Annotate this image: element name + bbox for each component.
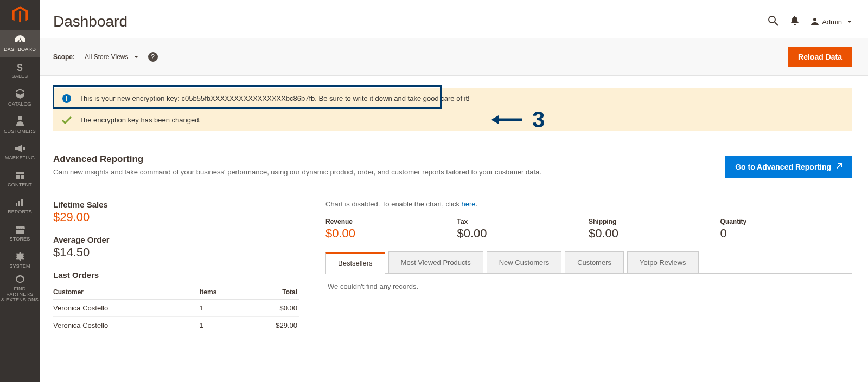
col-total: Total xyxy=(243,288,299,296)
toolbar: Scope: All Store Views ? Reload Data xyxy=(40,38,868,76)
chart-hint: Chart is disabled. To enable the chart, … xyxy=(326,200,852,208)
metric-value: $0.00 xyxy=(589,226,720,241)
admin-label: Admin xyxy=(822,18,842,26)
dashboard-columns: Lifetime Sales $29.00 Average Order $14.… xyxy=(53,200,852,334)
tab-new-customers[interactable]: New Customers xyxy=(487,251,561,273)
reload-data-button[interactable]: Reload Data xyxy=(788,47,852,67)
chart-enable-link[interactable]: here xyxy=(462,200,476,208)
nav-label: DASHBOARD xyxy=(4,47,36,53)
magento-logo[interactable] xyxy=(0,0,40,30)
nav-dashboard[interactable]: DASHBOARD xyxy=(0,30,40,57)
tab-customers[interactable]: Customers xyxy=(565,251,624,273)
nav-label: MARKETING xyxy=(5,156,35,161)
last-orders-header: Customer Items Total xyxy=(53,285,299,300)
search-icon[interactable] xyxy=(768,15,778,29)
advanced-reporting-title: Advanced Reporting xyxy=(53,154,541,165)
nav-customers[interactable]: CUSTOMERS xyxy=(0,112,40,139)
advanced-reporting-section: Advanced Reporting Gain new insights and… xyxy=(53,154,852,178)
goto-advanced-reporting-label: Go to Advanced Reporting xyxy=(735,163,831,171)
col-items: Items xyxy=(200,288,243,296)
tab-most-viewed[interactable]: Most Viewed Products xyxy=(388,251,483,273)
nav-label: STORES xyxy=(9,237,30,242)
nav-label: CUSTOMERS xyxy=(4,129,36,134)
nav-reports[interactable]: REPORTS xyxy=(0,193,40,220)
cell-items: 1 xyxy=(200,304,243,312)
nav-marketing[interactable]: MARKETING xyxy=(0,139,40,166)
nav-system[interactable]: SYSTEM xyxy=(0,247,40,274)
cell-items: 1 xyxy=(200,321,243,329)
metric-quantity: Quantity 0 xyxy=(720,218,852,241)
megaphone-icon xyxy=(15,144,25,154)
nav-partners[interactable]: FIND PARTNERS & EXTENSIONS xyxy=(0,274,40,303)
metric-revenue: Revenue $0.00 xyxy=(326,218,457,241)
tab-content: We couldn't find any records. xyxy=(326,274,852,299)
scope-dropdown[interactable]: All Store Views xyxy=(85,53,138,61)
cell-total: $29.00 xyxy=(243,321,299,329)
table-row[interactable]: Veronica Costello 1 $0.00 xyxy=(53,300,299,317)
nav-label: SALES xyxy=(11,74,28,80)
info-message: This is your new encryption key: c05b55f… xyxy=(53,88,852,109)
nav-content[interactable]: CONTENT xyxy=(0,166,40,193)
info-icon xyxy=(62,94,72,103)
bars-icon xyxy=(16,198,24,208)
col-customer: Customer xyxy=(53,288,200,296)
success-message-text: The encryption key has been changed. xyxy=(79,116,201,124)
tab-bestsellers[interactable]: Bestsellers xyxy=(326,252,385,274)
metric-value: 0 xyxy=(720,226,852,241)
scope-value: All Store Views xyxy=(85,53,128,61)
goto-advanced-reporting-button[interactable]: Go to Advanced Reporting xyxy=(725,156,852,178)
svg-rect-3 xyxy=(66,98,67,101)
page-title: Dashboard xyxy=(53,13,127,30)
nav-label: REPORTS xyxy=(8,210,32,215)
person-icon xyxy=(16,116,24,127)
metric-label: Tax xyxy=(457,218,589,225)
messages: This is your new encryption key: c05b55f… xyxy=(53,88,852,131)
metric-value: $0.00 xyxy=(326,226,457,241)
tabs: Bestsellers Most Viewed Products New Cus… xyxy=(326,251,852,274)
svg-line-1 xyxy=(775,22,778,25)
tab-yotpo-reviews[interactable]: Yotpo Reviews xyxy=(627,251,699,273)
divider xyxy=(53,190,852,190)
bell-icon[interactable] xyxy=(790,16,799,28)
check-icon xyxy=(62,115,72,125)
admin-sidebar: DASHBOARD $ SALES CATALOG CUSTOMERS MARK… xyxy=(0,0,40,382)
cell-customer: Veronica Costello xyxy=(53,304,200,312)
lifetime-sales-label: Lifetime Sales xyxy=(53,200,299,209)
success-message: The encryption key has been changed. xyxy=(53,109,852,131)
page-header: Dashboard Admin xyxy=(40,0,868,38)
nav-stores[interactable]: STORES xyxy=(0,220,40,247)
help-icon[interactable]: ? xyxy=(148,52,158,62)
partners-icon xyxy=(15,275,25,285)
metric-value: $0.00 xyxy=(457,226,589,241)
divider xyxy=(53,143,852,143)
cell-total: $0.00 xyxy=(243,304,299,312)
right-column: Chart is disabled. To enable the chart, … xyxy=(326,200,852,334)
scope-label: Scope: xyxy=(53,53,75,61)
nav-catalog[interactable]: CATALOG xyxy=(0,85,40,112)
gauge-icon xyxy=(15,35,25,46)
nav-label: SYSTEM xyxy=(9,264,30,269)
cell-customer: Veronica Costello xyxy=(53,321,200,329)
metric-tax: Tax $0.00 xyxy=(457,218,589,241)
average-order-label: Average Order xyxy=(53,235,299,244)
magento-logo-icon xyxy=(12,6,28,24)
left-column: Lifetime Sales $29.00 Average Order $14.… xyxy=(53,200,299,334)
table-row[interactable]: Veronica Costello 1 $29.00 xyxy=(53,317,299,334)
user-icon xyxy=(811,18,819,25)
lifetime-sales-value: $29.00 xyxy=(53,210,299,224)
admin-account-menu[interactable]: Admin xyxy=(811,18,852,26)
metric-shipping: Shipping $0.00 xyxy=(589,218,720,241)
svg-point-0 xyxy=(769,16,775,23)
average-order-value: $14.50 xyxy=(53,245,299,260)
metric-label: Revenue xyxy=(326,218,457,225)
last-orders-title: Last Orders xyxy=(53,270,299,280)
metrics-row: Revenue $0.00 Tax $0.00 Shipping $0.00 Q… xyxy=(326,218,852,241)
info-message-text: This is your new encryption key: c05b55f… xyxy=(79,94,470,102)
nav-label: CONTENT xyxy=(8,183,32,188)
svg-rect-4 xyxy=(66,96,67,98)
metric-label: Quantity xyxy=(720,218,852,225)
nav-label: FIND PARTNERS & EXTENSIONS xyxy=(0,287,40,303)
nav-sales[interactable]: $ SALES xyxy=(0,57,40,85)
chart-hint-suffix: . xyxy=(476,200,478,208)
gear-icon xyxy=(16,252,24,262)
